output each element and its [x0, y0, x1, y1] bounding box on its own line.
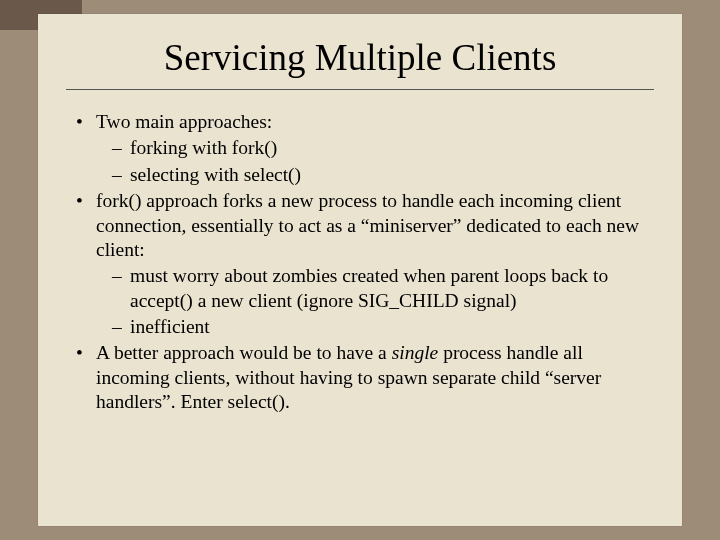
slide-body: Two main approaches: forking with fork()… — [74, 110, 646, 415]
sub-bullet-item: forking with fork() — [110, 136, 646, 160]
bullet-item: A better approach would be to have a sin… — [74, 341, 646, 414]
sub-bullet-item: inefficient — [110, 315, 646, 339]
bullet-text-em: single — [392, 342, 439, 363]
bullet-item: fork() approach forks a new process to h… — [74, 189, 646, 339]
slide-title: Servicing Multiple Clients — [38, 36, 682, 79]
bullet-item: Two main approaches: forking with fork()… — [74, 110, 646, 187]
bullet-text: fork() approach forks a new process to h… — [96, 190, 639, 260]
title-rule — [66, 89, 654, 90]
bullet-text: Two main approaches: — [96, 111, 272, 132]
sub-bullet-item: must worry about zombies created when pa… — [110, 264, 646, 313]
slide-panel: Servicing Multiple Clients Two main appr… — [38, 14, 682, 526]
bullet-text-pre: A better approach would be to have a — [96, 342, 392, 363]
sub-bullet-item: selecting with select() — [110, 163, 646, 187]
